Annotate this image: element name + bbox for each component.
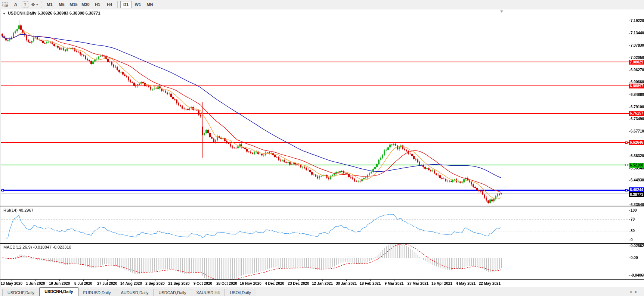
price-axis-tick: 6.33540 bbox=[631, 203, 644, 207]
chart-tab-usdcad[interactable]: USDCAD,Daily bbox=[153, 289, 191, 296]
price-axis-tick: 7.07830 bbox=[631, 43, 644, 47]
price-axis-tick: 6.79100 bbox=[631, 105, 644, 109]
chart-tab-bar: USDCHF,DailyUSDCNH,DailyEURUSD,DailyAUDU… bbox=[0, 287, 644, 296]
line-price-tag: 6.62646 bbox=[629, 140, 644, 145]
chart-title-text: USDCNH,Daily 6.38926 6.38983 6.38308 6.3… bbox=[8, 11, 100, 15]
timeframe-button-m30[interactable]: M30 bbox=[80, 1, 91, 8]
price-axis-tick: 6.73490 bbox=[631, 117, 644, 121]
grid-f-glyph: F bbox=[6, 4, 8, 8]
line-price-tag: 6.76157 bbox=[629, 111, 644, 116]
toolbar: F A T ❖ ▾ M1M5M15M30H1H4D1W1MN bbox=[0, 0, 644, 9]
chart-tab-usdchf[interactable]: USDCHF,Daily bbox=[2, 289, 40, 296]
timeframe-button-h1[interactable]: H1 bbox=[92, 1, 103, 8]
line-price-tag: 6.40244 bbox=[629, 187, 644, 192]
date-axis-label: 4 Dec 2020 bbox=[265, 281, 284, 286]
timeframe-button-d1[interactable]: D1 bbox=[120, 1, 131, 8]
chart-tab-xauusd[interactable]: XAUUSD,H4 bbox=[191, 289, 225, 296]
collapse-chart-icon[interactable]: ▼ bbox=[3, 12, 6, 15]
price-axis-tick: 6.56320 bbox=[631, 154, 644, 158]
date-axis-label: 28 Oct 2020 bbox=[216, 281, 237, 286]
date-axis-label: 13 May 2020 bbox=[1, 281, 22, 286]
date-axis-label: 2 Sep 2020 bbox=[145, 281, 165, 286]
toolbar-separator bbox=[117, 1, 118, 8]
date-axis-label: 12 Jan 2021 bbox=[312, 281, 333, 286]
line-price-tag: 6.52108 bbox=[629, 163, 644, 168]
dropdown-caret-icon: ▾ bbox=[36, 3, 38, 6]
text-label-tool-icon[interactable]: T bbox=[22, 1, 28, 7]
date-axis-label: 4 May 2021 bbox=[456, 281, 476, 286]
timeframe-button-h4[interactable]: H4 bbox=[104, 1, 115, 8]
tabs-scroll-right-icon[interactable]: ▸ bbox=[635, 289, 641, 294]
date-axis-label: 15 Apr 2021 bbox=[431, 281, 452, 286]
arrows-glyph: ❖ bbox=[31, 2, 35, 7]
date-axis-label: 14 Aug 2020 bbox=[120, 281, 142, 286]
tabs-scroll-left-icon[interactable]: ◂ bbox=[629, 289, 635, 294]
macd-axis-tick: 0.025623 bbox=[631, 244, 644, 248]
timeframe-button-m1[interactable]: M1 bbox=[44, 1, 55, 8]
timeframe-button-group: M1M5M15M30H1H4D1W1MN bbox=[44, 1, 156, 8]
price-axis-tick: 6.84880 bbox=[631, 93, 644, 97]
date-axis-label: 23 Dec 2020 bbox=[288, 281, 309, 286]
text-tool-icon[interactable]: A bbox=[11, 1, 20, 8]
price-axis-tick: 6.67710 bbox=[631, 129, 644, 133]
chart-title: ▼USDCNH,Daily 6.38926 6.38983 6.38308 6.… bbox=[3, 11, 100, 15]
rsi-axis-tick: 70 bbox=[631, 217, 635, 221]
rsi-indicator-label: RSI(14) 40.2967 bbox=[3, 208, 34, 212]
date-axis-label: 27 Jul 2020 bbox=[97, 281, 117, 286]
chart-tab-usdcnh[interactable]: USDCNH,Daily bbox=[39, 287, 78, 296]
date-axis-label: 19 Jun 2020 bbox=[49, 281, 70, 286]
line-price-tag: 7.00029 bbox=[629, 60, 644, 65]
price-axis-tick: 7.19220 bbox=[631, 19, 644, 23]
chart-canvas[interactable] bbox=[0, 9, 644, 287]
timeframe-button-m5[interactable]: M5 bbox=[56, 1, 67, 8]
tab-scroll-arrows: ◂▸ bbox=[629, 289, 641, 294]
timeframe-button-w1[interactable]: W1 bbox=[132, 1, 143, 8]
price-axis-tick: 6.96270 bbox=[631, 68, 644, 72]
date-axis-label: 30 Jan 2021 bbox=[336, 281, 357, 286]
date-axis-label: 9 Mar 2021 bbox=[384, 281, 403, 286]
price-axis-tick: 6.44930 bbox=[631, 178, 644, 182]
rsi-axis-tick: 0 bbox=[631, 238, 633, 242]
objects-grid-icon[interactable]: F bbox=[1, 1, 10, 8]
date-axis-label: 9 Oct 2020 bbox=[193, 281, 212, 286]
date-axis-label: 1 Jun 2020 bbox=[26, 281, 45, 286]
date-axis-label: 22 May 2021 bbox=[479, 281, 501, 286]
chart-tab-usoil[interactable]: USOil,Daily bbox=[225, 289, 256, 296]
date-axis-label: 8 Jul 2020 bbox=[74, 281, 92, 286]
price-axis-tick: 7.02050 bbox=[631, 56, 644, 60]
date-axis-label: 27 Mar 2021 bbox=[408, 281, 429, 286]
timeframe-button-m15[interactable]: M15 bbox=[68, 1, 79, 8]
mt4-terminal: F A T ❖ ▾ M1M5M15M30H1H4D1W1MN ▼USDCNH,D… bbox=[0, 0, 644, 296]
chart-window: ▼USDCNH,Daily 6.38926 6.38983 6.38308 6.… bbox=[0, 9, 644, 287]
date-axis-label: 16 Nov 2020 bbox=[240, 281, 261, 286]
toolbar-drag-handle bbox=[41, 1, 42, 8]
chart-tab-audusd[interactable]: AUDUSD,Daily bbox=[116, 289, 154, 296]
macd-indicator-label: MACD(12,26,9) -0.018047 -0.023310 bbox=[3, 245, 71, 249]
rsi-axis-tick: 30 bbox=[631, 229, 635, 233]
rsi-axis-tick: 100 bbox=[631, 208, 637, 212]
price-axis-tick: 7.13440 bbox=[631, 31, 644, 35]
chart-tabs: USDCHF,DailyUSDCNH,DailyEURUSD,DailyAUDU… bbox=[2, 287, 256, 296]
arrows-tool-icon[interactable]: ❖ ▾ bbox=[30, 1, 39, 8]
date-axis-label: 21 Sep 2020 bbox=[168, 281, 189, 286]
macd-axis-tick: 0.00 bbox=[631, 256, 638, 260]
macd-axis-tick: -0.04068 bbox=[631, 273, 644, 277]
line-price-tag: 6.88897 bbox=[629, 84, 644, 88]
timeframe-button-mn[interactable]: MN bbox=[144, 1, 155, 8]
date-axis-label: 18 Feb 2021 bbox=[360, 281, 381, 286]
chart-tab-eurusd[interactable]: EURUSD,Daily bbox=[78, 289, 116, 296]
current-price-tag: 6.38771 bbox=[629, 192, 644, 197]
